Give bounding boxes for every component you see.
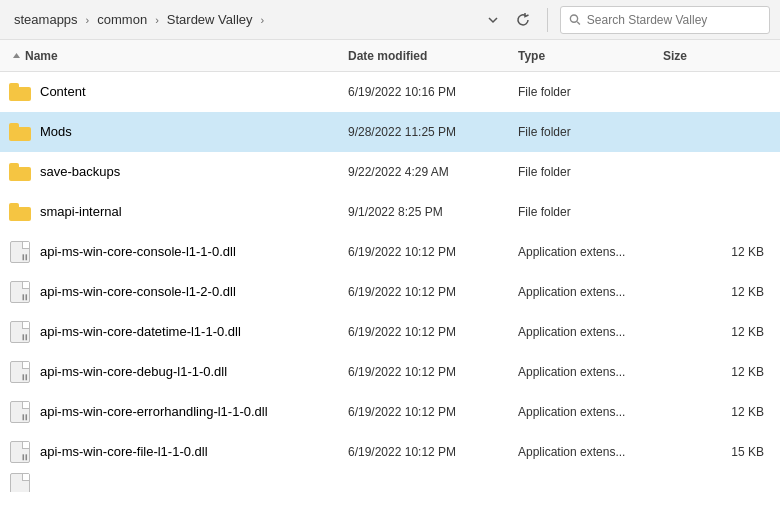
search-bar[interactable] bbox=[560, 6, 770, 34]
file-name: smapi-internal bbox=[40, 204, 348, 219]
table-row[interactable]: Mods9/28/2022 11:25 PMFile folder bbox=[0, 112, 780, 152]
svg-line-1 bbox=[577, 22, 580, 25]
file-name: api-ms-win-core-errorhandling-l1-1-0.dll bbox=[40, 404, 348, 419]
col-header-type[interactable]: Type bbox=[518, 49, 663, 63]
col-header-size[interactable]: Size bbox=[663, 49, 772, 63]
file-name: save-backups bbox=[40, 164, 348, 179]
file-name: api-ms-win-core-debug-l1-1-0.dll bbox=[40, 364, 348, 379]
file-type: File folder bbox=[518, 205, 663, 219]
file-date: 6/19/2022 10:12 PM bbox=[348, 285, 518, 299]
file-size: 12 KB bbox=[663, 325, 772, 339]
file-size: 12 KB bbox=[663, 245, 772, 259]
file-name: Mods bbox=[40, 124, 348, 139]
breadcrumb-bar: steamapps › common › Stardew Valley › bbox=[0, 0, 780, 40]
breadcrumb-controls bbox=[481, 8, 535, 32]
file-name: api-ms-win-core-datetime-l1-1-0.dll bbox=[40, 324, 348, 339]
search-icon bbox=[569, 13, 581, 26]
folder-icon bbox=[8, 200, 32, 224]
file-date: 6/19/2022 10:12 PM bbox=[348, 245, 518, 259]
file-name: Content bbox=[40, 84, 348, 99]
refresh-button[interactable] bbox=[511, 8, 535, 32]
table-row[interactable]: ▐▐api-ms-win-core-file-l1-1-0.dll6/19/20… bbox=[0, 432, 780, 472]
table-row[interactable]: ▐▐api-ms-win-core-console-l1-2-0.dll6/19… bbox=[0, 272, 780, 312]
file-type: File folder bbox=[518, 125, 663, 139]
dropdown-button[interactable] bbox=[481, 8, 505, 32]
file-size: 12 KB bbox=[663, 365, 772, 379]
sort-icon bbox=[12, 51, 21, 60]
breadcrumb-steamapps[interactable]: steamapps bbox=[10, 10, 82, 29]
table-row[interactable]: Content6/19/2022 10:16 PMFile folder bbox=[0, 72, 780, 112]
table-row[interactable]: ▐▐api-ms-win-core-datetime-l1-1-0.dll6/1… bbox=[0, 312, 780, 352]
dll-icon: ▐▐ bbox=[8, 360, 32, 384]
breadcrumb-stardew-valley[interactable]: Stardew Valley bbox=[163, 10, 257, 29]
dll-icon: ▐▐ bbox=[8, 320, 32, 344]
table-row-partial bbox=[0, 472, 780, 492]
search-input[interactable] bbox=[587, 13, 761, 27]
chevron-down-icon bbox=[487, 14, 499, 26]
col-header-name[interactable]: Name bbox=[8, 49, 348, 63]
dll-icon: ▐▐ bbox=[8, 280, 32, 304]
dll-icon bbox=[8, 472, 32, 492]
table-row[interactable]: ▐▐api-ms-win-core-debug-l1-1-0.dll6/19/2… bbox=[0, 352, 780, 392]
file-list: Content6/19/2022 10:16 PMFile folderMods… bbox=[0, 72, 780, 520]
file-size: 15 KB bbox=[663, 445, 772, 459]
file-size: 12 KB bbox=[663, 405, 772, 419]
folder-icon bbox=[8, 120, 32, 144]
file-name: api-ms-win-core-file-l1-1-0.dll bbox=[40, 444, 348, 459]
table-row[interactable]: save-backups9/22/2022 4:29 AMFile folder bbox=[0, 152, 780, 192]
breadcrumb-sep-3: › bbox=[261, 14, 265, 26]
table-row[interactable]: smapi-internal9/1/2022 8:25 PMFile folde… bbox=[0, 192, 780, 232]
file-type: Application extens... bbox=[518, 285, 663, 299]
refresh-icon bbox=[516, 13, 530, 27]
breadcrumb-common[interactable]: common bbox=[93, 10, 151, 29]
file-name: api-ms-win-core-console-l1-1-0.dll bbox=[40, 244, 348, 259]
file-type: Application extens... bbox=[518, 365, 663, 379]
file-name: api-ms-win-core-console-l1-2-0.dll bbox=[40, 284, 348, 299]
breadcrumb-path: steamapps › common › Stardew Valley › bbox=[10, 10, 477, 29]
table-row[interactable]: ▐▐api-ms-win-core-console-l1-1-0.dll6/19… bbox=[0, 232, 780, 272]
file-date: 9/28/2022 11:25 PM bbox=[348, 125, 518, 139]
file-type: Application extens... bbox=[518, 245, 663, 259]
file-date: 9/22/2022 4:29 AM bbox=[348, 165, 518, 179]
table-row[interactable]: ▐▐api-ms-win-core-errorhandling-l1-1-0.d… bbox=[0, 392, 780, 432]
breadcrumb-sep-1: › bbox=[86, 14, 90, 26]
dll-icon: ▐▐ bbox=[8, 400, 32, 424]
file-type: Application extens... bbox=[518, 445, 663, 459]
file-date: 6/19/2022 10:12 PM bbox=[348, 365, 518, 379]
column-headers: Name Date modified Type Size bbox=[0, 40, 780, 72]
breadcrumb-sep-2: › bbox=[155, 14, 159, 26]
file-date: 6/19/2022 10:16 PM bbox=[348, 85, 518, 99]
col-header-date[interactable]: Date modified bbox=[348, 49, 518, 63]
file-date: 6/19/2022 10:12 PM bbox=[348, 445, 518, 459]
file-size: 12 KB bbox=[663, 285, 772, 299]
file-type: File folder bbox=[518, 85, 663, 99]
divider bbox=[547, 8, 548, 32]
file-type: Application extens... bbox=[518, 325, 663, 339]
dll-icon: ▐▐ bbox=[8, 240, 32, 264]
file-date: 9/1/2022 8:25 PM bbox=[348, 205, 518, 219]
file-type: File folder bbox=[518, 165, 663, 179]
folder-icon bbox=[8, 160, 32, 184]
svg-point-0 bbox=[570, 15, 577, 22]
dll-icon: ▐▐ bbox=[8, 440, 32, 464]
file-date: 6/19/2022 10:12 PM bbox=[348, 325, 518, 339]
folder-icon bbox=[8, 80, 32, 104]
file-date: 6/19/2022 10:12 PM bbox=[348, 405, 518, 419]
file-type: Application extens... bbox=[518, 405, 663, 419]
